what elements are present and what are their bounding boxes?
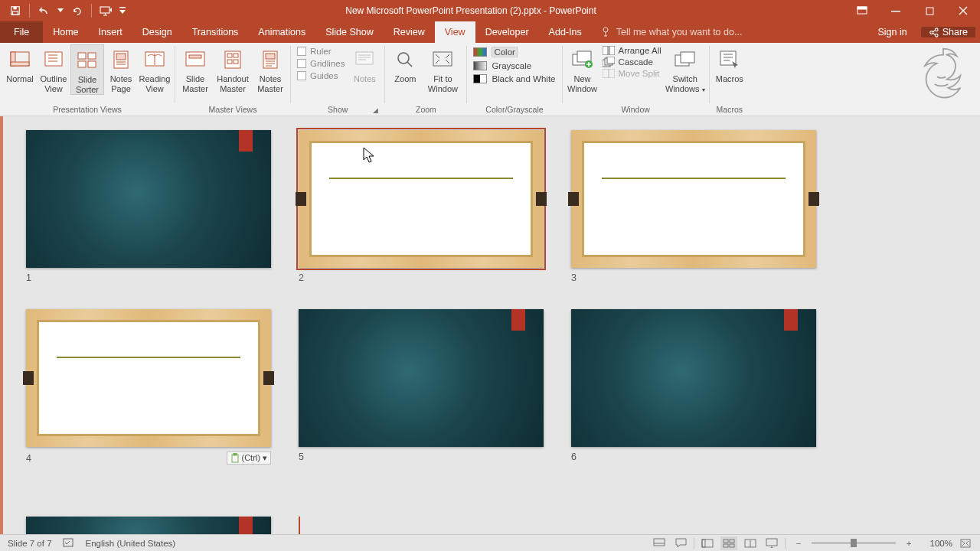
group-master-views: Slide Master Handout Master Notes Master… — [175, 43, 290, 116]
maximize-button[interactable] — [913, 0, 946, 21]
zoom-in-button[interactable]: + — [900, 536, 917, 550]
ribbon: Normal Outline View Slide Sorter Notes P… — [0, 43, 980, 116]
svg-rect-35 — [433, 52, 452, 66]
black-and-white-button[interactable]: Black and White — [470, 73, 558, 84]
undo-button[interactable] — [33, 0, 54, 21]
group-show: Ruler Gridlines Guides Notes Show◢ — [291, 43, 384, 116]
slide-sorter-status-button[interactable] — [720, 536, 737, 550]
notes-button[interactable]: Notes — [348, 44, 381, 84]
slide-thumbnail[interactable]: 1 — [26, 130, 271, 283]
outline-view-icon — [41, 47, 66, 72]
language-status[interactable]: English (United States) — [86, 539, 176, 548]
notes-master-button[interactable]: Notes Master — [253, 44, 287, 93]
slide-number: 4 — [26, 453, 31, 464]
start-from-beginning-button[interactable] — [95, 0, 116, 21]
slide-thumbnail[interactable]: 4(Ctrl) ▾ — [26, 309, 271, 465]
tab-slide-show[interactable]: Slide Show — [315, 21, 384, 43]
minimize-button[interactable] — [879, 0, 913, 21]
window-title: New Microsoft PowerPoint Presentation (2… — [127, 5, 845, 16]
svg-rect-40 — [609, 46, 615, 55]
qat-customize-button[interactable] — [118, 0, 127, 21]
handout-master-button[interactable]: Handout Master — [212, 44, 253, 93]
paste-options-button[interactable]: (Ctrl) ▾ — [227, 452, 272, 465]
svg-point-9 — [603, 28, 608, 32]
notes-master-icon — [258, 47, 283, 72]
ribbon-display-options-button[interactable] — [845, 0, 879, 21]
slideshow-status-button[interactable] — [763, 536, 780, 550]
slide-thumbnail[interactable]: 3 — [571, 130, 816, 283]
guides-checkbox[interactable]: Guides — [294, 70, 348, 81]
svg-rect-28 — [234, 54, 238, 57]
fit-to-window-button[interactable]: Fit to Window — [422, 44, 463, 93]
fit-to-window-status-button[interactable] — [957, 536, 974, 550]
zoom-slider[interactable] — [812, 542, 896, 544]
slide-thumbnail[interactable]: 2 — [299, 130, 544, 283]
svg-rect-56 — [724, 544, 728, 547]
slide-number: 1 — [26, 272, 31, 283]
zoom-button[interactable]: Zoom — [388, 44, 422, 84]
slide-number: 5 — [299, 452, 304, 462]
tab-add-ins[interactable]: Add-Ins — [539, 21, 592, 43]
tab-home[interactable]: Home — [43, 21, 88, 43]
slide-count-status[interactable]: Slide 7 of 7 — [8, 539, 52, 548]
macros-icon — [717, 47, 742, 72]
slide-thumbnail[interactable] — [26, 517, 271, 534]
tab-animations[interactable]: Animations — [248, 21, 315, 43]
normal-view-button[interactable]: Normal — [3, 44, 37, 84]
slide-number: 3 — [571, 272, 577, 283]
tab-file[interactable]: File — [0, 21, 43, 43]
slide-thumbnail[interactable]: 6 — [571, 309, 816, 465]
color-button[interactable]: Color — [470, 46, 558, 58]
zoom-percentage[interactable]: 100% — [922, 539, 952, 548]
outline-view-button[interactable]: Outline View — [37, 44, 70, 93]
comments-button[interactable] — [672, 536, 689, 550]
macros-button[interactable]: Macros — [713, 44, 746, 84]
gridlines-checkbox[interactable]: Gridlines — [294, 58, 348, 69]
slide-sorter-panel[interactable]: 1234(Ctrl) ▾56 — [0, 116, 980, 534]
tab-developer[interactable]: Developer — [475, 21, 539, 43]
tab-review[interactable]: Review — [384, 21, 435, 43]
reading-view-button[interactable]: Reading View — [138, 44, 172, 93]
switch-windows-button[interactable]: Switch Windows ▾ — [665, 44, 706, 93]
move-split-button: Move Split — [599, 69, 665, 78]
tab-transitions[interactable]: Transitions — [182, 21, 249, 43]
slide-number: 2 — [299, 272, 304, 283]
tell-me-search[interactable]: Tell me what you want to do... — [592, 21, 871, 43]
tab-view[interactable]: View — [435, 21, 475, 43]
tab-insert[interactable]: Insert — [89, 21, 132, 43]
reading-view-status-button[interactable] — [742, 536, 759, 550]
spellcheck-status-icon[interactable] — [63, 538, 75, 549]
new-window-button[interactable]: New Window — [566, 44, 599, 93]
sign-in-link[interactable]: Sign in — [870, 27, 914, 37]
title-bar: New Microsoft PowerPoint Presentation (2… — [0, 0, 980, 21]
show-dialog-launcher[interactable]: ◢ — [371, 106, 380, 115]
notes-icon — [352, 47, 377, 72]
normal-view-icon — [8, 47, 32, 72]
status-bar: Slide 7 of 7 English (United States) − +… — [0, 534, 980, 551]
group-zoom: Zoom Fit to Window Zoom — [385, 43, 466, 116]
save-button[interactable] — [5, 0, 26, 21]
tab-design[interactable]: Design — [132, 21, 182, 43]
arrange-all-button[interactable]: Arrange All — [599, 46, 665, 55]
slide-thumbnail[interactable]: 5 — [299, 309, 544, 465]
redo-button[interactable] — [67, 0, 88, 21]
window-controls — [845, 0, 980, 21]
svg-rect-18 — [88, 53, 96, 59]
cascade-button[interactable]: Cascade — [599, 57, 665, 67]
grayscale-button[interactable]: Grayscale — [470, 60, 558, 71]
undo-more-button[interactable] — [56, 0, 65, 21]
svg-rect-49 — [234, 453, 237, 455]
notes-page-button[interactable]: Notes Page — [104, 44, 138, 93]
reading-view-icon — [142, 47, 167, 72]
notes-page-icon — [109, 47, 133, 72]
ruler-checkbox[interactable]: Ruler — [294, 46, 348, 57]
slide-sorter-button[interactable]: Slide Sorter — [70, 44, 104, 95]
slide-master-button[interactable]: Slide Master — [178, 44, 212, 93]
normal-view-status-button[interactable] — [699, 536, 716, 550]
share-button[interactable]: Share — [921, 27, 975, 37]
notes-toggle-button[interactable] — [651, 536, 668, 550]
switch-windows-icon — [673, 47, 697, 72]
zoom-out-button[interactable]: − — [790, 536, 807, 550]
close-button[interactable] — [946, 0, 980, 21]
svg-rect-54 — [724, 540, 728, 543]
